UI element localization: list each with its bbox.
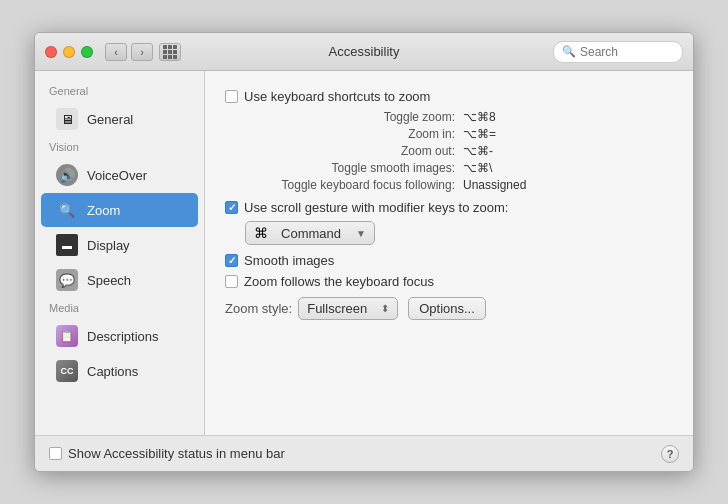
titlebar: ‹ › Accessibility 🔍 [35,33,693,71]
toggle-smooth-value: ⌥⌘\ [463,161,492,175]
content-area: General 🖥 General Vision 🔊 VoiceOver [35,71,693,435]
zoom-style-value: Fullscreen [307,301,367,316]
toggle-zoom-row: Toggle zoom: ⌥⌘8 [245,110,673,124]
speech-icon: 💬 [55,268,79,292]
general-icon: 🖥 [55,107,79,131]
zoom-in-label: Zoom in: [245,127,455,141]
grid-view-button[interactable] [159,43,181,61]
zoom-out-row: Zoom out: ⌥⌘- [245,144,673,158]
zoom-out-value: ⌥⌘- [463,144,493,158]
smooth-images-row: Smooth images [225,253,673,268]
sidebar-item-captions-label: Captions [87,364,138,379]
zoom-icon: 🔍 [55,198,79,222]
minimize-button[interactable] [63,46,75,58]
toggle-smooth-label: Toggle smooth images: [245,161,455,175]
sidebar-item-speech-label: Speech [87,273,131,288]
display-icon: ▬ [55,233,79,257]
search-input[interactable] [580,45,674,59]
sidebar-section-general: General [35,81,204,101]
voiceover-icon: 🔊 [55,163,79,187]
sidebar-item-zoom[interactable]: 🔍 Zoom [41,193,198,227]
nav-buttons: ‹ › [105,43,153,61]
keyboard-shortcuts-row: Use keyboard shortcuts to zoom [225,89,673,104]
toggle-keyboard-label: Toggle keyboard focus following: [245,178,455,192]
back-button[interactable]: ‹ [105,43,127,61]
sidebar-item-display-label: Display [87,238,130,253]
zoom-style-dropdown[interactable]: Fullscreen ⬍ [298,297,398,320]
sidebar-item-general-label: General [87,112,133,127]
cmd-symbol-icon: ⌘ [254,225,268,241]
help-button[interactable]: ? [661,445,679,463]
options-button[interactable]: Options... [408,297,486,320]
sidebar-item-descriptions-label: Descriptions [87,329,159,344]
toggle-zoom-value: ⌥⌘8 [463,110,496,124]
keyboard-focus-row: Zoom follows the keyboard focus [225,274,673,289]
sidebar-item-general[interactable]: 🖥 General [41,102,198,136]
status-menubar-checkbox[interactable] [49,447,62,460]
traffic-lights [45,46,93,58]
toggle-keyboard-row: Toggle keyboard focus following: Unassig… [245,178,673,192]
sidebar-item-voiceover-label: VoiceOver [87,168,147,183]
toggle-smooth-row: Toggle smooth images: ⌥⌘\ [245,161,673,175]
keyboard-shortcuts-checkbox[interactable] [225,90,238,103]
forward-button[interactable]: › [131,43,153,61]
close-button[interactable] [45,46,57,58]
dropdown-arrow-icon: ▼ [356,228,366,239]
search-box[interactable]: 🔍 [553,41,683,63]
status-menubar-row: Show Accessibility status in menu bar [49,446,285,461]
sidebar-item-captions[interactable]: CC Captions [41,354,198,388]
sidebar-section-media: Media [35,298,204,318]
accessibility-window: ‹ › Accessibility 🔍 General [34,32,694,472]
zoom-in-row: Zoom in: ⌥⌘= [245,127,673,141]
sidebar-item-descriptions[interactable]: 📋 Descriptions [41,319,198,353]
main-content-panel: Use keyboard shortcuts to zoom Toggle zo… [205,71,693,435]
scroll-gesture-row: Use scroll gesture with modifier keys to… [225,200,673,215]
zoom-style-row: Zoom style: Fullscreen ⬍ Options... [225,297,673,320]
status-menubar-label: Show Accessibility status in menu bar [68,446,285,461]
sidebar-section-vision: Vision [35,137,204,157]
keyboard-focus-label: Zoom follows the keyboard focus [244,274,434,289]
toggle-zoom-label: Toggle zoom: [245,110,455,124]
window-title: Accessibility [329,44,400,59]
sidebar: General 🖥 General Vision 🔊 VoiceOver [35,71,205,435]
toggle-keyboard-value: Unassigned [463,178,526,192]
sidebar-item-zoom-label: Zoom [87,203,120,218]
zoom-in-value: ⌥⌘= [463,127,496,141]
scroll-gesture-label: Use scroll gesture with modifier keys to… [244,200,508,215]
keyboard-shortcuts-label: Use keyboard shortcuts to zoom [244,89,430,104]
keyboard-focus-checkbox[interactable] [225,275,238,288]
descriptions-icon: 📋 [55,324,79,348]
zoom-out-label: Zoom out: [245,144,455,158]
shortcut-rows: Toggle zoom: ⌥⌘8 Zoom in: ⌥⌘= Zoom out: … [245,110,673,192]
captions-icon: CC [55,359,79,383]
zoom-style-label: Zoom style: [225,301,292,316]
smooth-images-label: Smooth images [244,253,334,268]
command-dropdown-row: ⌘ Command ▼ [245,221,673,245]
sidebar-item-display[interactable]: ▬ Display [41,228,198,262]
scroll-gesture-checkbox[interactable] [225,201,238,214]
maximize-button[interactable] [81,46,93,58]
sidebar-item-voiceover[interactable]: 🔊 VoiceOver [41,158,198,192]
command-dropdown-text: Command [281,226,341,241]
command-dropdown[interactable]: ⌘ Command ▼ [245,221,375,245]
bottom-bar: Show Accessibility status in menu bar ? [35,435,693,471]
search-icon: 🔍 [562,45,576,58]
smooth-images-checkbox[interactable] [225,254,238,267]
zoom-style-dropdown-arrow-icon: ⬍ [381,303,389,314]
sidebar-item-speech[interactable]: 💬 Speech [41,263,198,297]
